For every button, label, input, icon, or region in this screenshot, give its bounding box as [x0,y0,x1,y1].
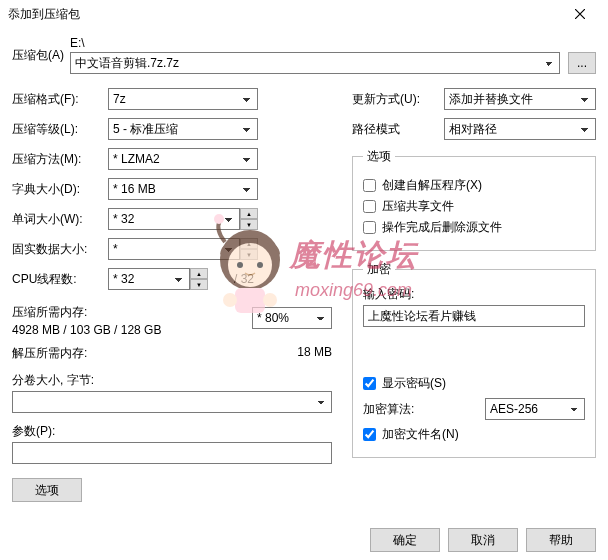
show-password-label: 显示密码(S) [382,375,446,392]
params-input[interactable] [12,442,332,464]
mem-compress-label: 压缩所需内存: [12,304,222,321]
method-label: 压缩方法(M): [12,151,108,168]
solid-label: 固实数据大小: [12,241,108,258]
format-label: 压缩格式(F): [12,91,108,108]
browse-button[interactable]: ... [568,52,596,74]
sfx-label: 创建自解压程序(X) [382,177,482,194]
dict-label: 字典大小(D): [12,181,108,198]
options-fieldset: 选项 创建自解压程序(X) 压缩共享文件 操作完成后删除源文件 [352,148,596,251]
encryption-legend: 加密 [363,261,395,278]
word-spinner[interactable]: ▲ ▼ [240,208,258,230]
mem-decompress-value: 18 MB [297,345,332,362]
spinner-up-icon[interactable]: ▲ [240,238,258,249]
right-column: 更新方式(U): 添加并替换文件 路径模式 相对路径 选项 创建自解压程序(X)… [352,80,596,502]
level-select[interactable]: 5 - 标准压缩 [108,118,258,140]
enc-method-select[interactable]: AES-256 [485,398,585,420]
window-title: 忝加到压缩包 [8,6,80,23]
mem-compress-value: 4928 MB / 103 GB / 128 GB [12,323,222,337]
archive-label: 压缩包(A) [12,47,70,64]
cpu-label: CPU线程数: [12,271,108,288]
enc-names-label: 加密文件名(N) [382,426,459,443]
delete-checkbox[interactable] [363,221,376,234]
cpu-spinner[interactable]: ▲ ▼ [190,268,208,290]
spinner-down-icon[interactable]: ▼ [240,249,258,260]
shared-label: 压缩共享文件 [382,198,454,215]
solid-spinner[interactable]: ▲ ▼ [240,238,258,260]
level-label: 压缩等级(L): [12,121,108,138]
archive-filename-select[interactable]: 中文语音剪辑.7z.7z [70,52,560,74]
sfx-checkbox[interactable] [363,179,376,192]
close-button[interactable] [560,0,600,28]
cpu-max: / 32 [234,272,254,286]
enter-password-label: 输入密码: [363,286,585,303]
ok-button[interactable]: 确定 [370,528,440,552]
update-label: 更新方式(U): [352,91,444,108]
enc-names-checkbox[interactable] [363,428,376,441]
params-label: 参数(P): [12,423,332,440]
path-mode-select[interactable]: 相对路径 [444,118,596,140]
spinner-down-icon[interactable]: ▼ [190,279,208,290]
close-icon [575,9,585,19]
format-select[interactable]: 7z [108,88,258,110]
update-select[interactable]: 添加并替换文件 [444,88,596,110]
archive-drive: E:\ [70,36,596,50]
left-column: 压缩格式(F): 7z 压缩等级(L): 5 - 标准压缩 压缩方法(M): *… [12,80,332,502]
method-select[interactable]: * LZMA2 [108,148,258,170]
mem-percent-select[interactable]: * 80% [252,307,332,329]
path-mode-label: 路径模式 [352,121,444,138]
help-button[interactable]: 帮助 [526,528,596,552]
spinner-up-icon[interactable]: ▲ [240,208,258,219]
button-row: 确定 取消 帮助 [370,528,596,552]
split-label: 分卷大小, 字节: [12,372,332,389]
show-password-checkbox[interactable] [363,377,376,390]
dialog-content: 压缩包(A) E:\ 中文语音剪辑.7z.7z ... 压缩格式(F): 7z … [0,28,608,502]
split-select[interactable] [12,391,332,413]
solid-select[interactable]: * [108,238,240,260]
encryption-fieldset: 加密 输入密码: 显示密码(S) 加密算法: AES-256 加密文件名(N) [352,261,596,458]
delete-label: 操作完成后删除源文件 [382,219,502,236]
dict-select[interactable]: * 16 MB [108,178,258,200]
spinner-down-icon[interactable]: ▼ [240,219,258,230]
cancel-button[interactable]: 取消 [448,528,518,552]
cpu-select[interactable]: * 32 [108,268,190,290]
title-bar: 忝加到压缩包 [0,0,608,28]
mem-decompress-label: 解压所需内存: [12,345,87,362]
shared-checkbox[interactable] [363,200,376,213]
password-input[interactable] [363,305,585,327]
options-button[interactable]: 选项 [12,478,82,502]
options-legend: 选项 [363,148,395,165]
word-label: 单词大小(W): [12,211,108,228]
archive-row: 压缩包(A) E:\ 中文语音剪辑.7z.7z ... [12,36,596,74]
enc-method-label: 加密算法: [363,401,485,418]
spinner-up-icon[interactable]: ▲ [190,268,208,279]
word-select[interactable]: * 32 [108,208,240,230]
